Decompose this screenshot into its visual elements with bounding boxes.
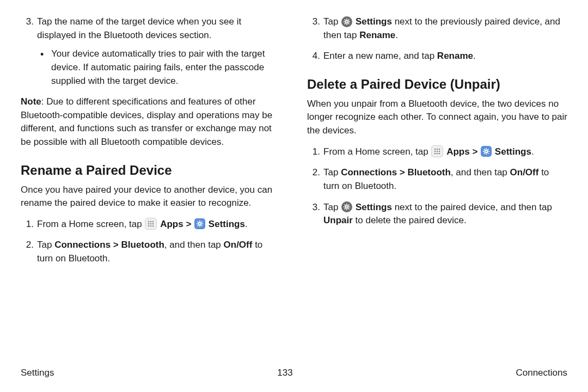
note-label: Note: [21, 96, 41, 107]
text-pre: From a Home screen, tap: [323, 146, 431, 157]
list-item: 2. Tap Connections > Bluetooth, and then…: [307, 166, 567, 193]
list-item: 3. Tap Settings next to the paired devic…: [307, 201, 567, 228]
text-pre: Tap: [323, 167, 341, 177]
step-number: 2.: [21, 238, 34, 252]
list-item: 3. Tap Settings next to the previously p…: [307, 15, 567, 42]
text-pre: Tap: [323, 202, 341, 212]
section-heading-delete: Delete a Paired Device (Unpair): [307, 75, 567, 94]
bold-text: Connections: [341, 167, 397, 177]
step-number: 3.: [307, 15, 320, 29]
settings-icon: [194, 218, 205, 229]
step-number: 4.: [307, 50, 320, 63]
apps-icon: [431, 145, 443, 157]
list-item: 1. From a Home screen, tap Apps > Settin…: [21, 218, 281, 231]
bold-text: Settings: [356, 202, 392, 212]
text-pre: From a Home screen, tap: [37, 219, 144, 229]
rename-steps: 1. From a Home screen, tap Apps > Settin…: [21, 218, 281, 266]
text-post: .: [395, 30, 398, 40]
apps-label: Apps: [160, 219, 183, 229]
text-pre: Tap: [323, 16, 341, 27]
text-mid: , and then tap: [164, 240, 224, 250]
gear-icon: [341, 201, 352, 212]
step-number: 3.: [307, 201, 320, 215]
bold-text: Rename: [437, 51, 473, 61]
step-number: 3.: [21, 15, 34, 29]
chevron-icon: >: [113, 240, 119, 250]
settings-label: Settings: [209, 219, 245, 229]
apps-icon: [145, 218, 157, 230]
list-item: 3. Tap the name of the target device whe…: [21, 15, 281, 88]
chevron-icon: >: [400, 167, 405, 177]
section-heading-rename: Rename a Paired Device: [21, 161, 281, 180]
step-text: Tap the name of the target device when y…: [37, 16, 241, 40]
list-item: 1. From a Home screen, tap Apps > Settin…: [307, 145, 567, 159]
page-columns: 3. Tap the name of the target device whe…: [21, 15, 567, 273]
right-column: 3. Tap Settings next to the previously p…: [307, 15, 567, 273]
rename-steps-continued: 3. Tap Settings next to the previously p…: [307, 15, 567, 63]
rename-intro: Once you have paired your device to anot…: [21, 183, 281, 210]
page-footer: Settings 133 Connections: [21, 366, 567, 380]
text-pre: Tap: [37, 240, 54, 250]
list-item: 4. Enter a new name, and tap Rename.: [307, 50, 567, 63]
step-text: Tap Settings next to the paired device, …: [323, 202, 552, 226]
step-number: 1.: [307, 145, 320, 159]
delete-intro: When you unpair from a Bluetooth device,…: [307, 97, 567, 138]
step-text: From a Home screen, tap Apps > Settings.: [323, 146, 534, 157]
left-column: 3. Tap the name of the target device whe…: [21, 15, 281, 273]
apps-label: Apps: [446, 146, 470, 157]
bold-text: Bluetooth: [408, 167, 451, 177]
delete-steps: 1. From a Home screen, tap Apps > Settin…: [307, 145, 567, 228]
note-paragraph: Note: Due to different specifications an…: [21, 95, 281, 149]
text-post: .: [245, 219, 248, 229]
bold-text: On/Off: [510, 167, 539, 177]
footer-left: Settings: [21, 366, 54, 380]
bold-text: Bluetooth: [121, 240, 164, 250]
bold-text: Unpair: [323, 215, 353, 225]
sub-list: Your device automatically tries to pair …: [37, 47, 281, 88]
chevron-icon: >: [186, 219, 191, 229]
step-number: 1.: [21, 218, 34, 231]
step-text: Enter a new name, and tap Rename.: [323, 51, 476, 61]
bold-text: Settings: [356, 16, 392, 27]
list-item: 2. Tap Connections > Bluetooth, and then…: [21, 238, 281, 265]
note-text: : Due to different specifications and fe…: [21, 96, 272, 147]
step-text: From a Home screen, tap Apps > Settings.: [37, 219, 248, 229]
step-text: Tap Connections > Bluetooth, and then ta…: [37, 240, 262, 264]
footer-page-number: 133: [277, 366, 292, 380]
text-post: .: [473, 51, 476, 61]
continued-list: 3. Tap the name of the target device whe…: [21, 15, 281, 88]
bold-text: Rename: [359, 30, 395, 40]
footer-right: Connections: [516, 366, 567, 380]
text-mid: next to the paired device, and then tap: [392, 202, 552, 212]
text-post: to delete the paired device.: [353, 215, 467, 225]
step-text: Tap Settings next to the previously pair…: [323, 16, 560, 40]
step-number: 2.: [307, 166, 320, 180]
bold-text: On/Off: [224, 240, 253, 250]
text-post: .: [531, 146, 534, 157]
gear-icon: [341, 16, 352, 27]
text-pre: Enter a new name, and tap: [323, 51, 437, 61]
text-mid: , and then tap: [451, 167, 510, 177]
settings-label: Settings: [495, 146, 531, 157]
settings-icon: [481, 146, 492, 157]
chevron-icon: >: [472, 146, 477, 157]
sub-item: Your device automatically tries to pair …: [37, 47, 281, 88]
step-text: Tap Connections > Bluetooth, and then ta…: [323, 167, 549, 191]
bold-text: Connections: [54, 240, 111, 250]
